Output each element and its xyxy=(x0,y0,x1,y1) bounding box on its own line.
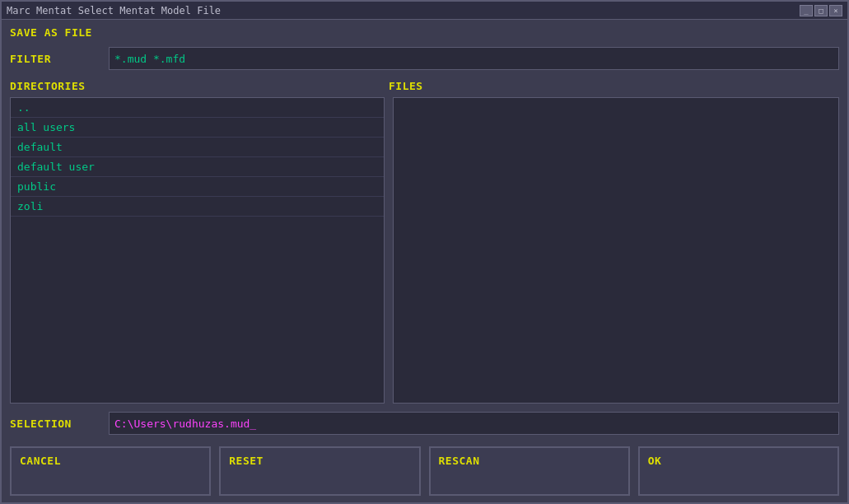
window-body: SAVE AS FILE FILTER DIRECTORIES FILES ..… xyxy=(2,20,847,502)
directories-header: DIRECTORIES xyxy=(10,80,389,92)
directories-list[interactable]: ..all usersdefaultdefault userpubliczoli xyxy=(10,97,385,404)
minimize-button[interactable]: _ xyxy=(800,5,813,16)
rescan-button[interactable]: RESCAN xyxy=(429,446,630,496)
cancel-button[interactable]: CANCEL xyxy=(10,446,211,496)
list-item[interactable]: public xyxy=(11,177,384,197)
list-item[interactable]: default xyxy=(11,138,384,157)
files-header: FILES xyxy=(389,80,839,92)
main-window: Marc Mentat Select Mentat Model File _ □… xyxy=(0,0,849,504)
filter-input[interactable] xyxy=(109,47,839,70)
list-item[interactable]: all users xyxy=(11,118,384,138)
filter-label: FILTER xyxy=(10,53,109,65)
reset-button[interactable]: RESET xyxy=(219,446,420,496)
close-button[interactable]: × xyxy=(829,5,842,16)
button-row: CANCEL RESET RESCAN OK xyxy=(10,446,839,496)
title-bar: Marc Mentat Select Mentat Model File _ □… xyxy=(2,2,847,20)
files-list[interactable] xyxy=(393,97,839,404)
list-item[interactable]: zoli xyxy=(11,197,384,217)
ok-button[interactable]: OK xyxy=(638,446,839,496)
filter-row: FILTER xyxy=(10,47,839,70)
selection-input[interactable] xyxy=(109,412,839,435)
list-item[interactable]: .. xyxy=(11,98,384,118)
list-item[interactable]: default user xyxy=(11,157,384,177)
columns-header: DIRECTORIES FILES xyxy=(10,80,839,92)
maximize-button[interactable]: □ xyxy=(814,5,828,16)
selection-label: SELECTION xyxy=(10,418,109,430)
window-controls: _ □ × xyxy=(800,5,842,16)
save-as-label: SAVE AS FILE xyxy=(10,26,839,39)
columns-body: ..all usersdefaultdefault userpubliczoli xyxy=(10,97,839,404)
selection-row: SELECTION xyxy=(10,412,839,435)
window-title: Marc Mentat Select Mentat Model File xyxy=(7,5,221,16)
